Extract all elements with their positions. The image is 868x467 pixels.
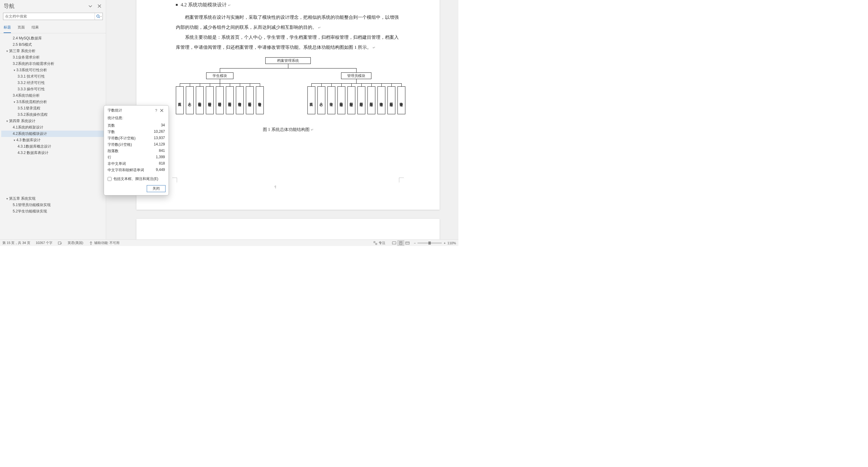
focus-mode-button[interactable]: 专注 xyxy=(373,241,385,245)
zoom-control[interactable]: − + 110% xyxy=(414,241,456,245)
stat-value: 34 xyxy=(161,123,165,128)
tab-results[interactable]: 结果 xyxy=(32,25,39,33)
chevron-down-icon[interactable]: ▾ xyxy=(5,197,8,200)
read-mode-button[interactable] xyxy=(391,240,398,246)
outline-item[interactable]: ▾第五章 系统实现 xyxy=(1,196,106,202)
print-layout-button[interactable] xyxy=(398,240,404,246)
diagram-node: 档案管理系统 xyxy=(265,57,311,64)
zoom-thumb[interactable] xyxy=(428,241,431,244)
svg-rect-13 xyxy=(406,242,409,244)
outline-item[interactable]: 3.1业务需求分析 xyxy=(1,54,106,61)
close-button[interactable]: 关闭 xyxy=(147,185,165,192)
outline-item[interactable]: 4.2系统功能模块设计 xyxy=(1,131,106,137)
outline-item[interactable]: 3.3.3 操作可行性 xyxy=(1,86,106,93)
diagram-node: 个人中心 xyxy=(186,87,194,114)
stat-row: 行1,399 xyxy=(104,154,168,161)
chevron-down-icon[interactable]: ▾ xyxy=(5,49,8,53)
org-chart-diagram: 档案管理系统学生模块管理员模块系统首页个人中心学生档案管理归档审核管理归档建目管… xyxy=(176,57,400,124)
outline-item[interactable]: 4.3.2 数据库表设计 xyxy=(1,150,106,156)
outline-item[interactable]: ▾3.5系统流程的分析 xyxy=(1,99,106,105)
outline-item[interactable]: 4.1系统的框架设计 xyxy=(1,124,106,131)
outline-item[interactable]: 2.4 MySQL数据库 xyxy=(1,35,106,41)
crop-mark-icon xyxy=(399,177,404,182)
dialog-title: 字数统计 xyxy=(107,108,152,113)
diagram-node: 个人中心 xyxy=(317,87,325,114)
outline-item-label: 3.3系统可行性分析 xyxy=(17,68,47,73)
diagram-node: 学生模块 xyxy=(206,72,234,79)
stat-value: 10,267 xyxy=(154,129,165,135)
status-accessibility[interactable]: 辅助功能: 不可用 xyxy=(89,241,120,245)
stat-value: 14,129 xyxy=(154,142,165,147)
diagram-connector xyxy=(220,68,220,72)
outline-item[interactable]: ▾4.3 数据库设计 xyxy=(1,137,106,143)
diagram-connector xyxy=(230,84,230,87)
search-dropdown-button[interactable] xyxy=(95,13,102,20)
zoom-slider[interactable] xyxy=(417,242,442,244)
diagram-connector xyxy=(371,84,372,87)
tab-pages[interactable]: 页面 xyxy=(18,25,25,33)
section-heading: 4.2 系统功能模块设计 ↵ xyxy=(176,2,400,8)
outline-item[interactable]: 2.5 B/S模式 xyxy=(1,41,106,48)
outline-item-label: 5.1管理员功能模块实现 xyxy=(13,202,51,208)
outline-item[interactable]: 5.1管理员功能模块实现 xyxy=(1,202,106,208)
diagram-connector xyxy=(250,84,250,87)
stat-row: 中文字符和朝鲜语单词9,449 xyxy=(104,167,168,173)
status-page[interactable]: 第 15 页，共 34 页 xyxy=(2,241,30,245)
stat-row: 字符数(计空格)14,129 xyxy=(104,141,168,148)
chevron-down-icon[interactable]: ▾ xyxy=(5,120,8,123)
diagram-node: 归档建目管理 xyxy=(358,87,365,114)
outline-item-label: 4.3 数据库设计 xyxy=(17,138,41,143)
dialog-close-button[interactable] xyxy=(160,109,165,112)
headings-tree[interactable]: 2.4 MySQL数据库2.5 B/S模式▾第三章 系统分析3.1业务需求分析3… xyxy=(0,33,106,216)
stat-label: 页数 xyxy=(107,123,115,128)
checkbox-input[interactable] xyxy=(107,177,112,181)
outline-item[interactable]: 3.5.1登录流程 xyxy=(1,105,106,111)
outline-item[interactable]: 3.2系统的非功能需求分析 xyxy=(1,61,106,67)
zoom-out-button[interactable]: − xyxy=(414,241,416,245)
diagram-connector xyxy=(200,84,200,87)
status-bar: 第 15 页，共 34 页 10267 个字 英语(美国) 辅助功能: 不可用 … xyxy=(0,239,458,246)
diagram-node: 归档建目管理 xyxy=(216,87,224,114)
outline-item[interactable]: ▾第三章 系统分析 xyxy=(1,48,106,54)
outline-item[interactable]: 3.4系统功能分析 xyxy=(1,93,106,99)
diagram-connector xyxy=(341,84,342,87)
outline-item-label: 5.2学生功能模块实现 xyxy=(13,209,47,214)
search-input[interactable] xyxy=(3,14,95,19)
nav-search-box[interactable] xyxy=(3,13,103,20)
chevron-down-icon[interactable]: ▾ xyxy=(13,138,16,142)
zoom-level[interactable]: 110% xyxy=(447,241,456,245)
outline-item-label: 4.1系统的框架设计 xyxy=(13,125,43,130)
focus-icon xyxy=(373,241,377,245)
chevron-down-icon xyxy=(88,4,92,8)
outline-item[interactable]: ▾3.3系统可行性分析 xyxy=(1,67,106,73)
outline-item[interactable]: 3.3.1 技术可行性 xyxy=(1,73,106,80)
status-spellcheck[interactable] xyxy=(58,241,62,245)
chevron-down-icon[interactable]: ▾ xyxy=(13,100,16,104)
outline-item[interactable]: 4.3.1数据库概念设计 xyxy=(1,143,106,150)
close-icon xyxy=(98,4,101,8)
nav-close-button[interactable] xyxy=(96,3,103,9)
outline-item[interactable]: 3.5.2系统操作流程 xyxy=(1,111,106,118)
zoom-in-button[interactable]: + xyxy=(443,241,445,245)
paragraph: 档案管理系统在设计与实施时，采取了模块性的设计理念，把相似的系统的功能整合到一个… xyxy=(176,12,400,32)
outline-item[interactable]: ▾第四章 系统设计 xyxy=(1,118,106,124)
chevron-down-icon[interactable]: ▾ xyxy=(13,68,16,72)
outline-item[interactable]: 5.2学生功能模块实现 xyxy=(1,208,106,214)
outline-item-label: 2.5 B/S模式 xyxy=(13,42,32,47)
status-language[interactable]: 英语(美国) xyxy=(68,241,83,245)
diagram-node: 管理员模块 xyxy=(341,72,371,79)
web-layout-button[interactable] xyxy=(404,240,411,246)
dialog-help-button[interactable]: ? xyxy=(153,108,159,113)
tab-headings[interactable]: 标题 xyxy=(4,25,11,33)
outline-item-label: 2.4 MySQL数据库 xyxy=(13,36,42,41)
diagram-node: 归还档案管理 xyxy=(388,87,395,114)
stat-label: 行 xyxy=(107,155,111,160)
nav-collapse-button[interactable] xyxy=(87,3,94,9)
stat-label: 字符数(计空格) xyxy=(107,142,132,147)
dialog-titlebar[interactable]: 字数统计 ? xyxy=(104,105,168,114)
diagram-node: 系统首页 xyxy=(176,87,184,114)
outline-item[interactable]: 3.3.2 经济可行性 xyxy=(1,80,106,86)
status-wordcount[interactable]: 10267 个字 xyxy=(36,241,53,245)
diagram-node: 学生管理 xyxy=(328,87,335,114)
include-textboxes-checkbox[interactable]: 包括文本框、脚注和尾注(E) xyxy=(104,173,168,183)
